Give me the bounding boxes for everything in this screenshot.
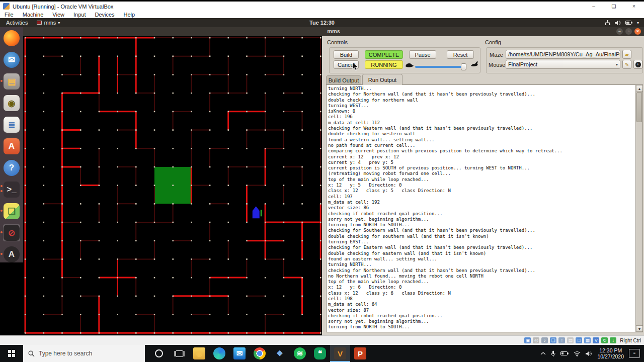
turtle-icon — [405, 61, 414, 68]
mail-icon[interactable]: ✉ — [229, 345, 250, 362]
menu-help[interactable]: Help — [119, 12, 140, 18]
edit-mouse-button[interactable]: ✎ — [622, 60, 631, 69]
taskbar-tray[interactable]: 12:30 PM 10/27/2020 ≡ — [540, 347, 644, 359]
dock-item-rhythmbox[interactable]: ◉ — [3, 95, 20, 112]
console-line: class x: 12 class y: 5 class Direction: … — [328, 188, 634, 194]
virtualbox-window-icon — [3, 3, 10, 10]
reset-button[interactable]: Reset — [447, 50, 474, 59]
search-input[interactable]: Type here to search — [23, 345, 145, 362]
folders-icon: ❏ — [4, 203, 20, 219]
host-io-icon[interactable]: ↻ — [601, 337, 608, 343]
clock-date: 10/27/2020 — [597, 353, 624, 359]
minimize-button[interactable]: − — [616, 28, 623, 35]
scrollbar-thumb[interactable] — [636, 92, 642, 122]
menu-devices[interactable]: Devices — [90, 12, 119, 18]
scroll-down-icon[interactable]: ▼ — [636, 325, 643, 332]
restore-button[interactable]: ❏ — [604, 2, 624, 11]
add-mouse-button[interactable]: + — [633, 60, 642, 69]
menu-view[interactable]: View — [48, 12, 69, 18]
hard-disk-icon[interactable]: ▣ — [524, 337, 531, 343]
dock-item-libreoffice-writer[interactable]: ≣ — [3, 116, 20, 133]
dock-item-archive[interactable]: A — [3, 246, 20, 263]
scroll-up-icon[interactable]: ▲ — [636, 85, 643, 92]
browse-maze-button[interactable]: ▰ — [622, 50, 631, 59]
maximize-button[interactable]: ▫ — [625, 28, 632, 35]
console-line: checking for Eastern wall (and that it h… — [328, 245, 634, 250]
maze-select[interactable]: /home/ts/UMD/ENPM809Y/Cu_Ag_Au/FinalPr ▾ — [506, 50, 620, 59]
mms-control-panel: Controls Build COMPLETE Pause Reset Canc… — [322, 36, 644, 335]
dock-item-files[interactable]: ▤ — [3, 73, 20, 90]
config-section-label: Config — [485, 39, 501, 45]
dock-item-folders[interactable]: ❏ — [3, 203, 20, 220]
run-output-console[interactable]: turning NORTH...checking for Northern wa… — [326, 84, 643, 332]
start-button[interactable] — [0, 345, 23, 362]
console-line: no path found at current cell... — [328, 143, 634, 148]
spotify-icon[interactable]: ≋ — [290, 345, 310, 362]
virtualbox-running-icon[interactable]: V — [330, 345, 350, 362]
build-button[interactable]: Build — [334, 50, 359, 59]
edge-icon[interactable] — [209, 345, 229, 362]
pause-button[interactable]: Pause — [409, 50, 436, 59]
menu-input[interactable]: Input — [69, 12, 90, 18]
hangouts-icon[interactable]: ❝ — [310, 345, 330, 362]
running-indicator — [1, 231, 3, 233]
tab-run-output[interactable]: Run Output — [362, 74, 403, 85]
spotify-icon: ≋ — [294, 347, 306, 359]
archive-icon: A — [4, 246, 20, 262]
dock-item-terminal[interactable]: >_ — [3, 181, 20, 198]
console-line: x: 12 y: 5 Direction: 0 — [328, 183, 634, 188]
file-explorer-icon[interactable]: ◉ — [189, 345, 209, 362]
optical-disk-icon[interactable]: ◎ — [533, 337, 539, 343]
dock-item-help[interactable]: ? — [3, 159, 20, 176]
microphone-icon — [551, 350, 555, 357]
panel-system-tray[interactable]: ▾ — [605, 20, 644, 26]
shared-folder-icon[interactable]: ▤ — [567, 337, 574, 343]
close-button[interactable]: × — [634, 28, 641, 35]
notification-center-icon[interactable]: ≡ — [629, 349, 640, 358]
recording-icon[interactable]: ▦ — [584, 337, 591, 343]
mms-window-controls: − ▫ × — [616, 28, 641, 35]
taskbar-icons: ◉✉❖≋❝VP — [149, 345, 370, 362]
console-scrollbar[interactable]: ▲ ▼ — [635, 85, 642, 332]
powerpoint-icon[interactable]: P — [350, 345, 370, 362]
host-capture-icon[interactable]: ↓ — [610, 337, 616, 343]
cortana-button[interactable] — [149, 345, 169, 362]
chrome-icon[interactable] — [250, 345, 270, 362]
console-line: cell: 198 — [328, 296, 634, 302]
panel-clock[interactable]: Tue 12:30 — [0, 20, 644, 26]
task-view-button[interactable] — [169, 345, 189, 362]
chrome-icon — [254, 347, 266, 359]
console-line: sorry not yet, beginning algorithm... — [328, 217, 634, 222]
host-window-title: Ubuntu [Running] - Oracle VM VirtualBox — [13, 4, 113, 10]
speed-slider-handle[interactable] — [461, 63, 466, 70]
mms-titlebar[interactable]: mms − ▫ × — [23, 27, 644, 36]
dock-item-screenshot-tool[interactable]: ⊘ — [3, 224, 20, 241]
plus-icon: + — [635, 62, 641, 67]
display-icon[interactable]: □ — [576, 337, 582, 343]
menu-file[interactable]: File — [0, 12, 18, 18]
dock-item-ubuntu-software[interactable]: A — [3, 138, 20, 155]
taskbar-clock[interactable]: 12:30 PM 10/27/2020 — [597, 347, 624, 359]
close-button[interactable]: × — [624, 2, 644, 11]
host-titlebar: Ubuntu [Running] - Oracle VM VirtualBox … — [0, 2, 644, 11]
console-line: top of the main while loop reached... — [328, 177, 634, 183]
menu-machine[interactable]: Machine — [18, 12, 48, 18]
minimize-button[interactable]: – — [584, 2, 604, 11]
running-indicator — [1, 210, 3, 212]
dock-item-firefox[interactable] — [3, 30, 20, 47]
mouse-select[interactable]: FinalProject ▾ — [506, 60, 620, 69]
audio-icon[interactable]: ♪ — [541, 337, 548, 343]
virtualbox-icon[interactable]: ❖ — [270, 345, 290, 362]
console-line: checking for Western wall (and that it h… — [328, 126, 634, 131]
dock-item-thunderbird[interactable]: ✉ — [3, 51, 20, 68]
console-line: m_data at cell: 112 — [328, 120, 634, 126]
console-line: checking if robot reached goal position.… — [328, 313, 634, 319]
console-line: comparing current position with previous… — [328, 148, 634, 154]
console-line: turning WEST... — [328, 103, 634, 109]
vbox-menu-icon[interactable]: V — [593, 337, 599, 343]
speed-slider[interactable] — [415, 66, 466, 68]
windows-logo-icon — [8, 350, 15, 357]
usb-icon[interactable]: ↑ — [558, 337, 565, 343]
network-icon[interactable]: ❏ — [550, 337, 556, 343]
tab-build-output[interactable]: Build Output — [326, 75, 361, 85]
